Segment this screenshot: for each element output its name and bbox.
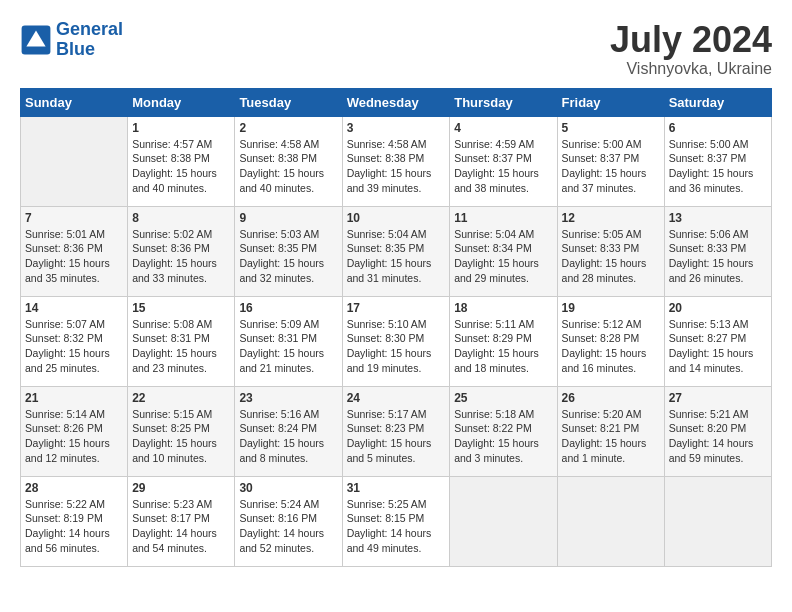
col-header-friday: Friday (557, 88, 664, 116)
day-cell: 5Sunrise: 5:00 AM Sunset: 8:37 PM Daylig… (557, 116, 664, 206)
day-cell: 4Sunrise: 4:59 AM Sunset: 8:37 PM Daylig… (450, 116, 557, 206)
day-info: Sunrise: 5:04 AM Sunset: 8:34 PM Dayligh… (454, 227, 552, 286)
day-number: 21 (25, 391, 123, 405)
day-number: 10 (347, 211, 446, 225)
day-info: Sunrise: 5:00 AM Sunset: 8:37 PM Dayligh… (562, 137, 660, 196)
day-cell: 17Sunrise: 5:10 AM Sunset: 8:30 PM Dayli… (342, 296, 450, 386)
day-info: Sunrise: 4:58 AM Sunset: 8:38 PM Dayligh… (239, 137, 337, 196)
day-cell: 25Sunrise: 5:18 AM Sunset: 8:22 PM Dayli… (450, 386, 557, 476)
day-number: 20 (669, 301, 767, 315)
day-number: 15 (132, 301, 230, 315)
day-number: 12 (562, 211, 660, 225)
day-number: 1 (132, 121, 230, 135)
day-number: 26 (562, 391, 660, 405)
week-row-2: 7Sunrise: 5:01 AM Sunset: 8:36 PM Daylig… (21, 206, 772, 296)
day-number: 3 (347, 121, 446, 135)
header-row: SundayMondayTuesdayWednesdayThursdayFrid… (21, 88, 772, 116)
day-number: 18 (454, 301, 552, 315)
day-info: Sunrise: 5:14 AM Sunset: 8:26 PM Dayligh… (25, 407, 123, 466)
day-cell (21, 116, 128, 206)
calendar-table: SundayMondayTuesdayWednesdayThursdayFrid… (20, 88, 772, 567)
day-cell: 26Sunrise: 5:20 AM Sunset: 8:21 PM Dayli… (557, 386, 664, 476)
week-row-5: 28Sunrise: 5:22 AM Sunset: 8:19 PM Dayli… (21, 476, 772, 566)
day-number: 19 (562, 301, 660, 315)
day-cell (557, 476, 664, 566)
day-number: 23 (239, 391, 337, 405)
day-info: Sunrise: 5:15 AM Sunset: 8:25 PM Dayligh… (132, 407, 230, 466)
day-cell: 18Sunrise: 5:11 AM Sunset: 8:29 PM Dayli… (450, 296, 557, 386)
day-info: Sunrise: 5:12 AM Sunset: 8:28 PM Dayligh… (562, 317, 660, 376)
day-info: Sunrise: 5:05 AM Sunset: 8:33 PM Dayligh… (562, 227, 660, 286)
day-cell: 12Sunrise: 5:05 AM Sunset: 8:33 PM Dayli… (557, 206, 664, 296)
day-cell: 1Sunrise: 4:57 AM Sunset: 8:38 PM Daylig… (128, 116, 235, 206)
calendar-body: 1Sunrise: 4:57 AM Sunset: 8:38 PM Daylig… (21, 116, 772, 566)
day-info: Sunrise: 5:20 AM Sunset: 8:21 PM Dayligh… (562, 407, 660, 466)
day-info: Sunrise: 5:17 AM Sunset: 8:23 PM Dayligh… (347, 407, 446, 466)
day-cell: 11Sunrise: 5:04 AM Sunset: 8:34 PM Dayli… (450, 206, 557, 296)
day-number: 11 (454, 211, 552, 225)
day-number: 22 (132, 391, 230, 405)
logo-text: General Blue (56, 20, 123, 60)
page-header: General Blue July 2024 Vishnyovka, Ukrai… (20, 20, 772, 78)
col-header-tuesday: Tuesday (235, 88, 342, 116)
calendar-header: SundayMondayTuesdayWednesdayThursdayFrid… (21, 88, 772, 116)
day-number: 17 (347, 301, 446, 315)
day-number: 14 (25, 301, 123, 315)
day-cell: 19Sunrise: 5:12 AM Sunset: 8:28 PM Dayli… (557, 296, 664, 386)
day-info: Sunrise: 5:25 AM Sunset: 8:15 PM Dayligh… (347, 497, 446, 556)
day-info: Sunrise: 5:03 AM Sunset: 8:35 PM Dayligh… (239, 227, 337, 286)
day-cell: 22Sunrise: 5:15 AM Sunset: 8:25 PM Dayli… (128, 386, 235, 476)
day-number: 2 (239, 121, 337, 135)
day-number: 27 (669, 391, 767, 405)
day-info: Sunrise: 5:06 AM Sunset: 8:33 PM Dayligh… (669, 227, 767, 286)
day-cell: 14Sunrise: 5:07 AM Sunset: 8:32 PM Dayli… (21, 296, 128, 386)
day-info: Sunrise: 5:16 AM Sunset: 8:24 PM Dayligh… (239, 407, 337, 466)
day-info: Sunrise: 5:08 AM Sunset: 8:31 PM Dayligh… (132, 317, 230, 376)
day-info: Sunrise: 5:09 AM Sunset: 8:31 PM Dayligh… (239, 317, 337, 376)
day-number: 9 (239, 211, 337, 225)
month-title: July 2024 (610, 20, 772, 60)
day-cell: 6Sunrise: 5:00 AM Sunset: 8:37 PM Daylig… (664, 116, 771, 206)
day-cell: 3Sunrise: 4:58 AM Sunset: 8:38 PM Daylig… (342, 116, 450, 206)
day-number: 16 (239, 301, 337, 315)
day-number: 6 (669, 121, 767, 135)
day-cell: 13Sunrise: 5:06 AM Sunset: 8:33 PM Dayli… (664, 206, 771, 296)
day-info: Sunrise: 5:01 AM Sunset: 8:36 PM Dayligh… (25, 227, 123, 286)
logo-line2: Blue (56, 39, 95, 59)
location-subtitle: Vishnyovka, Ukraine (610, 60, 772, 78)
day-cell: 20Sunrise: 5:13 AM Sunset: 8:27 PM Dayli… (664, 296, 771, 386)
day-info: Sunrise: 5:13 AM Sunset: 8:27 PM Dayligh… (669, 317, 767, 376)
day-cell: 24Sunrise: 5:17 AM Sunset: 8:23 PM Dayli… (342, 386, 450, 476)
day-info: Sunrise: 5:11 AM Sunset: 8:29 PM Dayligh… (454, 317, 552, 376)
day-info: Sunrise: 5:10 AM Sunset: 8:30 PM Dayligh… (347, 317, 446, 376)
logo-icon (20, 24, 52, 56)
day-number: 31 (347, 481, 446, 495)
title-block: July 2024 Vishnyovka, Ukraine (610, 20, 772, 78)
day-number: 13 (669, 211, 767, 225)
col-header-wednesday: Wednesday (342, 88, 450, 116)
day-info: Sunrise: 5:04 AM Sunset: 8:35 PM Dayligh… (347, 227, 446, 286)
day-info: Sunrise: 4:58 AM Sunset: 8:38 PM Dayligh… (347, 137, 446, 196)
day-cell (664, 476, 771, 566)
day-info: Sunrise: 4:59 AM Sunset: 8:37 PM Dayligh… (454, 137, 552, 196)
day-cell: 23Sunrise: 5:16 AM Sunset: 8:24 PM Dayli… (235, 386, 342, 476)
col-header-sunday: Sunday (21, 88, 128, 116)
week-row-4: 21Sunrise: 5:14 AM Sunset: 8:26 PM Dayli… (21, 386, 772, 476)
day-info: Sunrise: 5:24 AM Sunset: 8:16 PM Dayligh… (239, 497, 337, 556)
day-number: 5 (562, 121, 660, 135)
day-info: Sunrise: 5:21 AM Sunset: 8:20 PM Dayligh… (669, 407, 767, 466)
day-number: 7 (25, 211, 123, 225)
day-cell: 7Sunrise: 5:01 AM Sunset: 8:36 PM Daylig… (21, 206, 128, 296)
week-row-1: 1Sunrise: 4:57 AM Sunset: 8:38 PM Daylig… (21, 116, 772, 206)
day-info: Sunrise: 5:22 AM Sunset: 8:19 PM Dayligh… (25, 497, 123, 556)
day-number: 29 (132, 481, 230, 495)
day-info: Sunrise: 5:02 AM Sunset: 8:36 PM Dayligh… (132, 227, 230, 286)
col-header-thursday: Thursday (450, 88, 557, 116)
day-number: 25 (454, 391, 552, 405)
day-cell: 21Sunrise: 5:14 AM Sunset: 8:26 PM Dayli… (21, 386, 128, 476)
col-header-saturday: Saturday (664, 88, 771, 116)
logo-line1: General (56, 19, 123, 39)
day-info: Sunrise: 4:57 AM Sunset: 8:38 PM Dayligh… (132, 137, 230, 196)
day-cell: 10Sunrise: 5:04 AM Sunset: 8:35 PM Dayli… (342, 206, 450, 296)
day-cell: 16Sunrise: 5:09 AM Sunset: 8:31 PM Dayli… (235, 296, 342, 386)
